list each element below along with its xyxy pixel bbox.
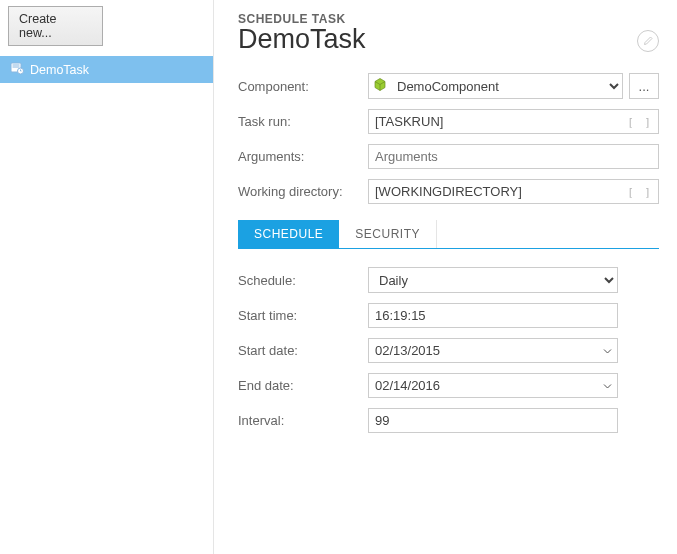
list-item-label: DemoTask (30, 63, 89, 77)
taskrun-input[interactable] (368, 109, 659, 134)
starttime-label: Start time: (238, 308, 368, 323)
edit-button[interactable] (637, 30, 659, 52)
tab-schedule[interactable]: SCHEDULE (238, 220, 339, 248)
interval-label: Interval: (238, 413, 368, 428)
tab-security[interactable]: SECURITY (339, 220, 437, 248)
pencil-icon (643, 34, 654, 49)
create-new-button[interactable]: Create new... (8, 6, 103, 46)
schedule-label: Schedule: (238, 273, 368, 288)
task-list: DemoTask (0, 56, 213, 554)
svg-rect-1 (13, 65, 20, 66)
workdir-input[interactable] (368, 179, 659, 204)
tab-bar: SCHEDULE SECURITY (238, 220, 659, 249)
arguments-label: Arguments: (238, 149, 368, 164)
workdir-brackets-icon[interactable]: [ ] (627, 185, 653, 198)
startdate-label: Start date: (238, 343, 368, 358)
taskrun-label: Task run: (238, 114, 368, 129)
taskrun-brackets-icon[interactable]: [ ] (627, 115, 653, 128)
startdate-input[interactable] (368, 338, 618, 363)
interval-input[interactable] (368, 408, 618, 433)
main-panel: SCHEDULE TASK DemoTask Component: (214, 0, 677, 554)
enddate-input[interactable] (368, 373, 618, 398)
workdir-label: Working directory: (238, 184, 368, 199)
task-icon (10, 61, 24, 78)
sidebar: Create new... DemoTask (0, 0, 214, 554)
list-item[interactable]: DemoTask (0, 56, 213, 83)
page-title: DemoTask (238, 24, 366, 55)
component-browse-button[interactable]: ... (629, 73, 659, 99)
enddate-label: End date: (238, 378, 368, 393)
starttime-input[interactable] (368, 303, 618, 328)
arguments-input[interactable] (368, 144, 659, 169)
schedule-select[interactable]: Daily (368, 267, 618, 293)
component-select[interactable]: DemoComponent (368, 73, 623, 99)
component-label: Component: (238, 79, 368, 94)
svg-rect-2 (13, 67, 20, 68)
